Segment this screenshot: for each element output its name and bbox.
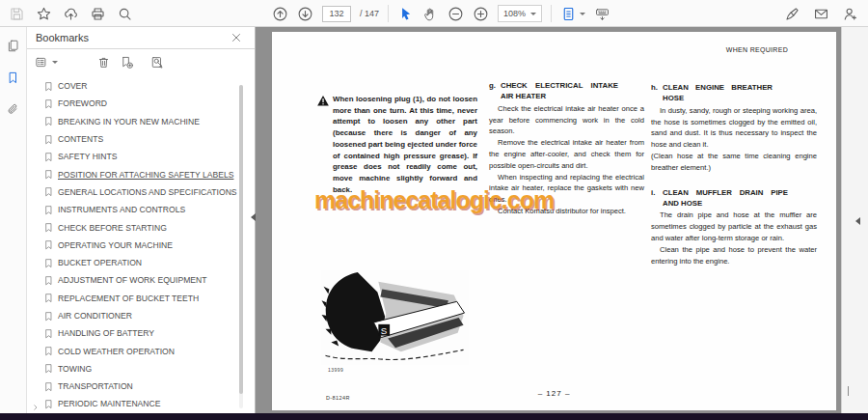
section-g: g. CHECK ELECTRICAL INTAKE AIR HEATER Ch… xyxy=(489,80,644,217)
fill-sign-pen-icon[interactable] xyxy=(784,6,800,22)
section-g-heading: g. CHECK ELECTRICAL INTAKE AIR HEATER xyxy=(489,80,644,102)
zoom-out-icon[interactable] xyxy=(448,6,464,22)
toolbar-right-group xyxy=(784,0,858,27)
panel-title: Bookmarks xyxy=(36,32,89,43)
page-number-input[interactable]: 132 xyxy=(322,6,351,22)
bookmark-label: POSITION FOR ATTACHING SAFETY LABELS xyxy=(58,170,233,180)
section-h-i-column: h. CLEAN ENGINE BREATHER HOSE In dusty, … xyxy=(651,82,817,266)
bookmark-item-position-safety-labels[interactable]: POSITION FOR ATTACHING SAFETY LABELS xyxy=(27,165,243,182)
document-viewport[interactable]: WHEN REQUIRED When loosening plug (1), d… xyxy=(256,27,841,413)
figure-caption: 13999 xyxy=(328,367,343,373)
bookmark-list: COVER FOREWORD BREAKING IN YOUR NEW MACH… xyxy=(27,77,243,413)
bookmark-item-air-conditioner[interactable]: AIR CONDITIONER xyxy=(27,307,243,324)
bookmark-label: PERIODIC MAINTENANCE xyxy=(58,399,160,408)
page-display-icon[interactable] xyxy=(560,6,585,22)
new-bookmark-icon[interactable] xyxy=(120,55,134,70)
close-icon[interactable] xyxy=(230,31,243,44)
bookmarks-panel-header: Bookmarks xyxy=(27,27,255,49)
bookmarks-scrollbar[interactable] xyxy=(239,85,243,408)
running-header: WHEN REQUIRED xyxy=(726,46,788,53)
toolbar-center-group: 132 / 147 108% xyxy=(272,0,610,27)
chevron-down-icon xyxy=(580,13,585,18)
bookmark-item-towing[interactable]: TOWING xyxy=(27,360,243,378)
bookmark-item-operating[interactable]: OPERATING YOUR MACHINE xyxy=(27,237,243,254)
collapse-panel-icon[interactable] xyxy=(247,213,256,221)
bookmark-label: COVER xyxy=(58,81,88,91)
bookmark-item-adjustment[interactable]: ADJUSTMENT OF WORK EQUIPMENT xyxy=(27,271,243,289)
bookmark-item-contents[interactable]: CONTENTS xyxy=(27,130,243,148)
paragraph: Clean the pipe and hose to prevent the w… xyxy=(651,244,817,267)
hand-tool-icon[interactable] xyxy=(422,6,439,22)
page-total-label: / 147 xyxy=(360,9,379,18)
page-thumbnails-icon[interactable] xyxy=(6,39,20,53)
find-icon[interactable] xyxy=(117,6,133,22)
touch-keyboard-icon[interactable] xyxy=(594,6,610,22)
figure-photo: S xyxy=(320,270,470,365)
next-page-icon[interactable] xyxy=(297,6,313,22)
warning-text: When loosening plug (1), do not loosen m… xyxy=(333,95,477,194)
bookmarks-panel-icon[interactable] xyxy=(6,70,20,85)
bookmark-label: CHECK BEFORE STARTING xyxy=(58,223,167,233)
scrollbar-thumb[interactable] xyxy=(239,85,243,394)
bookmark-item-cover[interactable]: COVER xyxy=(27,77,243,95)
section-title: CLEAN ENGINE BREATHER HOSE xyxy=(663,82,773,104)
attachments-icon[interactable] xyxy=(6,102,20,117)
bookmark-item-general-locations[interactable]: GENERAL LOCATIONS AND SPECIFICATIONS xyxy=(27,183,243,201)
zoom-level-value: 108% xyxy=(503,9,526,18)
bookmark-label: BREAKING IN YOUR NEW MACHINE xyxy=(58,117,200,126)
sign-in-account-icon[interactable] xyxy=(842,6,858,22)
bookmark-options-icon[interactable] xyxy=(35,55,58,70)
section-title: CLEAN MUFFLER DRAIN PIPE AND HOSE xyxy=(663,187,788,210)
warning-block: When loosening plug (1), do not loosen m… xyxy=(316,94,477,195)
bookmark-item-bucket-teeth[interactable]: REPLACEMENT OF BUCKET TEETH xyxy=(27,290,243,307)
bookmark-item-periodic-maintenance[interactable]: PERIODIC MAINTENANCE xyxy=(27,395,243,412)
section-h-heading: h. CLEAN ENGINE BREATHER HOSE xyxy=(651,82,817,104)
section-i-heading: i. CLEAN MUFFLER DRAIN PIPE AND HOSE xyxy=(651,187,817,210)
zoom-level-dropdown[interactable]: 108% xyxy=(498,5,542,22)
chevron-down-icon xyxy=(52,61,58,67)
delete-bookmark-icon[interactable] xyxy=(96,55,111,70)
bookmark-label: CONTENTS xyxy=(58,134,103,144)
bookmark-item-bucket-operation[interactable]: BUCKET OPERATION xyxy=(27,254,243,271)
chevron-down-icon xyxy=(530,13,536,18)
tools-panel-collapsed xyxy=(841,27,868,413)
locate-bookmark-icon[interactable] xyxy=(150,55,165,70)
paragraph: The drain pipe and hose at the muffler a… xyxy=(651,210,817,243)
top-toolbar: 132 / 147 108% xyxy=(0,0,868,27)
bookmark-label: BUCKET OPERATION xyxy=(58,258,142,267)
star-favorite-icon[interactable] xyxy=(36,6,52,22)
bookmark-label: REPLACEMENT OF BUCKET TEETH xyxy=(58,294,199,303)
bookmark-label: INSTRUMENTS AND CONTROLS xyxy=(58,205,185,214)
email-icon[interactable] xyxy=(813,6,829,22)
select-tool-icon[interactable] xyxy=(397,6,414,22)
previous-page-icon[interactable] xyxy=(272,6,288,22)
print-icon[interactable] xyxy=(90,6,106,22)
bookmark-label: ADJUSTMENT OF WORK EQUIPMENT xyxy=(58,275,207,285)
bookmark-label: HANDLING OF BATTERY xyxy=(58,328,154,338)
bookmark-label: TOWING xyxy=(58,364,92,374)
paragraph: Remove the electrical intake air heater … xyxy=(489,137,644,171)
bookmarks-toolbar xyxy=(27,49,255,75)
bookmarks-panel: Bookmarks COVER FOREWORD BREAKING IN YOU… xyxy=(27,27,256,413)
bookmark-item-check-before-starting[interactable]: CHECK BEFORE STARTING xyxy=(27,218,243,236)
page-number: – 127 – xyxy=(272,389,836,398)
bookmark-item-battery[interactable]: HANDLING OF BATTERY xyxy=(27,324,243,342)
save-icon[interactable] xyxy=(9,6,25,22)
bookmark-item-cold-weather[interactable]: COLD WEATHER OPERATION xyxy=(27,342,243,359)
warning-icon xyxy=(316,95,330,107)
bookmark-item-safety-hints[interactable]: SAFETY HINTS xyxy=(27,148,243,165)
share-cloud-icon[interactable] xyxy=(63,6,79,22)
section-letter: i. xyxy=(651,187,655,198)
expand-tools-panel-icon[interactable] xyxy=(852,217,860,225)
toolbar-divider xyxy=(551,5,552,22)
paragraph: In dusty, sandy, rough or steeping worki… xyxy=(651,105,817,151)
bookmark-item-breaking-in[interactable]: BREAKING IN YOUR NEW MACHINE xyxy=(27,113,243,130)
bookmark-label: TRANSPORTATION xyxy=(58,381,133,391)
toolbar-divider xyxy=(388,5,389,22)
zoom-in-icon[interactable] xyxy=(473,6,489,22)
bookmark-item-instruments[interactable]: INSTRUMENTS AND CONTROLS xyxy=(27,201,243,218)
bookmark-item-foreword[interactable]: FOREWORD xyxy=(27,95,243,112)
bookmark-item-transportation[interactable]: TRANSPORTATION xyxy=(27,378,243,395)
taskbar-edge xyxy=(0,413,868,420)
bookmark-label: COLD WEATHER OPERATION xyxy=(58,347,175,356)
